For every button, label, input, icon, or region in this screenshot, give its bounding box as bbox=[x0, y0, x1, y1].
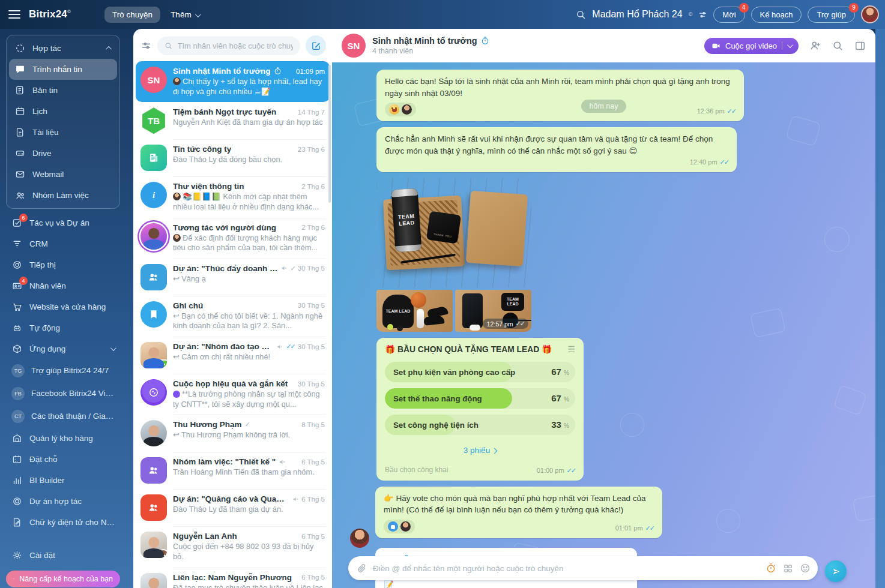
read-double-check-icon: ✓✓ bbox=[720, 158, 728, 167]
chat-list-item[interactable]: Dự án: "Thúc đẩy doanh số b... ✓ 30 Thg … bbox=[136, 259, 330, 296]
sidebar-item-esignature[interactable]: Chữ ký điện tử cho Nh... bbox=[6, 512, 120, 533]
reaction-like[interactable] bbox=[384, 520, 415, 533]
mute-icon bbox=[279, 458, 286, 466]
sidebar-item-inventory[interactable]: Quản lý kho hàng bbox=[6, 428, 120, 449]
sidebar-item-hop-tac[interactable]: Hợp tác bbox=[9, 38, 117, 59]
poll-message[interactable]: 🎁 BẦU CHỌN QUÀ TẶNG TEAM LEAD 🎁 ☰ Set ph… bbox=[376, 338, 584, 481]
chat-list-item[interactable]: Dự án: "Quảng cáo và Quan hệ c... 6 Thg … bbox=[136, 489, 330, 526]
chevron-down-icon bbox=[787, 42, 793, 48]
sidebar-item-facebook[interactable]: FB Facebook Bitrix24 Việ... bbox=[6, 382, 120, 405]
chat-list-item[interactable]: i Thư viện thông tin2 Thg 6 📚📒📘📗 Kênh mớ… bbox=[136, 176, 330, 217]
video-call-button[interactable]: Cuộc gọi video bbox=[704, 38, 799, 54]
chat-list-item[interactable]: Ghi chú30 Thg 5 ↩ Bạn có thể cho tôi biế… bbox=[136, 296, 330, 337]
apps-grid-icon[interactable] bbox=[783, 563, 793, 574]
sidebar-item-crm[interactable]: CRM bbox=[6, 233, 120, 254]
sidebar-item-tasks[interactable]: 6 Tác vụ và Dự án bbox=[6, 212, 120, 233]
poll-votes-link[interactable]: 3 phiếu bbox=[385, 445, 575, 457]
sidebar-item-marketing[interactable]: Tiếp thị bbox=[6, 254, 120, 275]
chat-avatar: TB bbox=[140, 107, 167, 134]
chat-filter-icon[interactable] bbox=[140, 40, 152, 52]
chat-header-avatar[interactable]: SN bbox=[342, 34, 366, 58]
chat-list-item[interactable]: Dự án: "Nhóm đào tạo nhân s... ✓✓ 30 Thg… bbox=[136, 337, 330, 374]
poll-title: 🎁 BẦU CHỌN QUÀ TẶNG TEAM LEAD 🎁 bbox=[385, 344, 552, 356]
chat-search[interactable] bbox=[157, 37, 300, 55]
chat-avatar bbox=[140, 573, 167, 588]
global-search[interactable]: Madam Hổ Phách 24© bbox=[576, 9, 707, 20]
chat-list-item[interactable]: TB Tiệm bánh Ngọt trực tuyến14 Thg 7 Ngu… bbox=[136, 102, 330, 139]
brand-logo[interactable]: Bitrix24© bbox=[29, 8, 71, 20]
bar-chart-icon bbox=[11, 475, 23, 486]
help-button[interactable]: Trợ giúp9 bbox=[808, 7, 855, 23]
new-chat-button[interactable] bbox=[306, 35, 326, 56]
sidebar-item-booking[interactable]: Đặt chỗ bbox=[6, 449, 120, 470]
sidebar-item-documents[interactable]: Tài liệu bbox=[9, 122, 117, 143]
sidebar-item-collab-project[interactable]: Dự án hợp tác bbox=[6, 491, 120, 512]
menu-icon[interactable] bbox=[8, 10, 20, 19]
poll-option[interactable]: Set thể thao năng động 67 % bbox=[385, 388, 575, 409]
message-images[interactable]: TEAM LEAD THANK YOU TEAM LEAD bbox=[376, 178, 531, 332]
sidebar-item-employees[interactable]: 4 Nhân viên bbox=[6, 275, 120, 296]
search-icon[interactable] bbox=[832, 40, 844, 52]
support-avatar: TG bbox=[11, 364, 25, 377]
chat-list-scrollbar[interactable] bbox=[328, 65, 331, 203]
plan-button[interactable]: Kế hoạch bbox=[751, 7, 802, 23]
filter-icon[interactable] bbox=[698, 10, 707, 19]
chat-list-item[interactable]: Tương tác với người dùng2 Thg 6 Để xác đ… bbox=[136, 218, 330, 259]
mute-icon bbox=[281, 265, 288, 272]
attach-icon[interactable] bbox=[357, 563, 367, 574]
member-count[interactable]: 4 thành viên bbox=[372, 47, 489, 55]
sender-avatar[interactable] bbox=[350, 529, 369, 548]
chat-list-item[interactable]: Nhóm làm việc: "Thiết kế " 6 Thg 5 Trần … bbox=[136, 452, 330, 489]
poll-option[interactable]: Set công nghệ tiện ích 33 % bbox=[385, 415, 575, 435]
timer-icon[interactable] bbox=[766, 563, 776, 574]
message-bubble[interactable]: Hello các bạn! Sắp tới là sinh nhật của … bbox=[376, 70, 744, 121]
chat-search-input[interactable] bbox=[178, 41, 294, 50]
chat-avatar: SN bbox=[140, 67, 167, 93]
tab-chat[interactable]: Trò chuyện bbox=[104, 7, 160, 23]
sport-set-photo[interactable]: TEAM LEAD bbox=[376, 290, 453, 332]
add-member-icon[interactable] bbox=[809, 40, 821, 52]
tasks-icon: 6 bbox=[11, 217, 23, 229]
collaboration-icon bbox=[14, 43, 26, 54]
tab-more[interactable]: Thêm bbox=[163, 7, 207, 23]
sidebar-item-calendar[interactable]: Lịch bbox=[9, 101, 117, 122]
upgrade-plan-button[interactable]: Nâng cấp kế hoạch của bạn bbox=[6, 571, 120, 587]
search-icon bbox=[165, 41, 173, 50]
tech-set-photo[interactable]: TEAM LEAD 12:57 pm✓✓ bbox=[455, 290, 531, 332]
sidebar-item-drive[interactable]: Drive bbox=[9, 143, 117, 164]
message-bubble[interactable]: 👉 Hãy vote cho món quà mà bạn nghĩ phù h… bbox=[375, 487, 662, 538]
crm-funnel-icon bbox=[11, 238, 23, 250]
message-bubble[interactable]: Chắc hẳn anh Minh sẽ rất vui khi nhận đư… bbox=[376, 127, 737, 172]
chat-list-item[interactable]: Nguyễn Lan Anh6 Thg 5 Cuộc gọi đến +84 9… bbox=[136, 526, 330, 567]
sidebar-item-messenger[interactable]: Trình nhắn tin bbox=[9, 59, 117, 80]
side-panel-icon[interactable] bbox=[854, 40, 866, 52]
invite-button[interactable]: Mời4 bbox=[713, 7, 745, 23]
chat-avatar bbox=[140, 223, 167, 250]
sidebar-item-automation[interactable]: Tự động bbox=[6, 317, 120, 338]
poll-menu-icon[interactable]: ☰ bbox=[567, 344, 575, 353]
user-avatar[interactable] bbox=[861, 5, 879, 23]
sidebar-item-webmail[interactable]: Webmail bbox=[9, 164, 117, 185]
poll-option[interactable]: Set phụ kiện văn phòng cao cấp 67 % bbox=[385, 362, 575, 382]
reaction-smiley[interactable] bbox=[385, 103, 416, 116]
emoji-icon[interactable] bbox=[800, 563, 811, 574]
gift-box-photo[interactable]: TEAM LEAD THANK YOU bbox=[376, 178, 531, 287]
sidebar-item-apps[interactable]: Ứng dụng bbox=[6, 338, 120, 359]
chat-list-item[interactable]: Liên lạc: Nam Nguyễn Phương6 Thg 5 Đã tạ… bbox=[136, 568, 330, 588]
sidebar-item-support247[interactable]: TG Trợ giúp Bitrix24 24/7 bbox=[6, 359, 120, 382]
sidebar-item-workgroups[interactable]: Nhóm Làm việc bbox=[9, 185, 117, 206]
sidebar-item-feed[interactable]: Bản tin bbox=[9, 80, 117, 101]
chat-list-item[interactable]: Cuộc họp hiệu quả và gắn kết30 Thg 5 **L… bbox=[136, 374, 330, 415]
chat-list-item[interactable]: SN Sinh nhật Minh tổ trưởng 01:09 pm Chị… bbox=[136, 61, 330, 102]
chat-list-item[interactable]: Tin tức công ty23 Thg 6 Đào Thảo Ly đã đ… bbox=[136, 139, 330, 176]
sidebar-item-settings[interactable]: Cài đặt bbox=[6, 545, 120, 566]
video-camera-icon bbox=[711, 41, 720, 50]
sidebar-item-deals[interactable]: CT Các thoả thuận / Giao ... bbox=[6, 405, 120, 428]
chevron-down-icon bbox=[110, 345, 116, 351]
chat-list-item[interactable]: Thu Hương Phạm ✓ 8 Thg 5 ↩ Thu Hương Phạ… bbox=[136, 415, 330, 452]
message-input[interactable] bbox=[373, 564, 760, 573]
send-icon bbox=[831, 566, 841, 577]
send-button[interactable] bbox=[825, 560, 847, 582]
sidebar-item-website-store[interactable]: Website và cửa hàng bbox=[6, 296, 120, 317]
sidebar-item-bi-builder[interactable]: BI Builder bbox=[6, 470, 120, 491]
